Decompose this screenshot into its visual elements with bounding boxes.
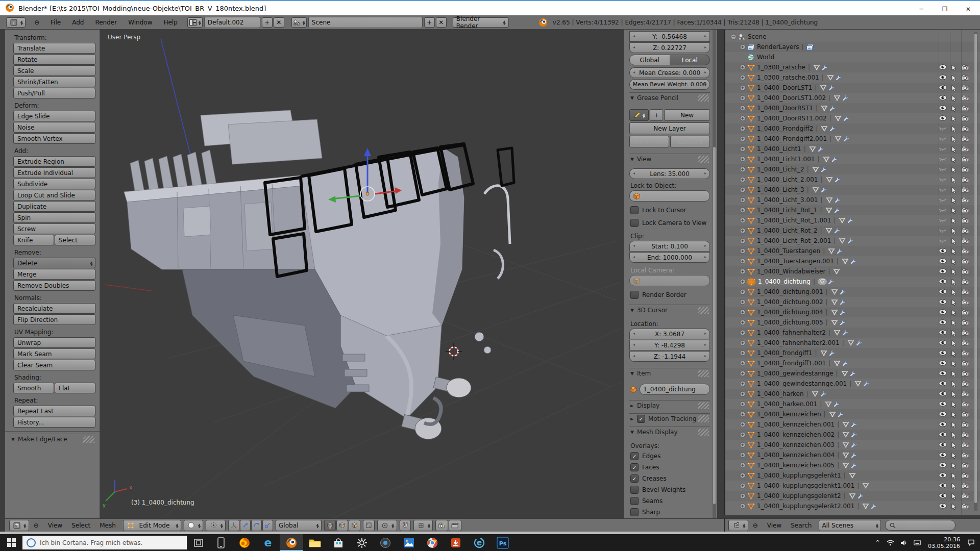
renderable-camera-icon[interactable] bbox=[961, 442, 969, 449]
visibility-eye-icon[interactable] bbox=[939, 360, 947, 367]
menu-help[interactable]: Help bbox=[158, 15, 183, 30]
menu-add[interactable]: Add bbox=[66, 15, 89, 30]
collapse-menus-icon[interactable]: ⊖ bbox=[748, 522, 763, 529]
selectable-cursor-icon[interactable] bbox=[951, 462, 957, 471]
outliner-row[interactable]: Scene bbox=[725, 32, 980, 42]
selectable-cursor-icon[interactable] bbox=[951, 207, 957, 216]
expand-icon[interactable] bbox=[739, 309, 747, 315]
close-button[interactable]: ✕ bbox=[957, 2, 980, 16]
3d-viewport[interactable]: y x User Persp (3) 1_0400_dichtung bbox=[101, 30, 624, 518]
selectable-cursor-icon[interactable] bbox=[951, 421, 957, 430]
selectable-cursor-icon[interactable] bbox=[951, 391, 957, 399]
renderable-camera-icon[interactable] bbox=[961, 228, 969, 235]
visibility-eye-icon[interactable] bbox=[939, 136, 947, 143]
expand-icon[interactable] bbox=[739, 381, 747, 387]
visibility-eye-icon[interactable] bbox=[939, 381, 947, 388]
menu-search[interactable]: Search bbox=[786, 522, 816, 529]
selectable-cursor-icon[interactable] bbox=[951, 472, 957, 481]
media-taskbar-icon[interactable] bbox=[374, 534, 397, 551]
visibility-eye-icon[interactable] bbox=[939, 503, 947, 510]
selectable-cursor-icon[interactable] bbox=[951, 493, 957, 502]
expand-icon[interactable] bbox=[739, 391, 747, 397]
expand-icon[interactable] bbox=[739, 421, 747, 428]
edge-taskbar-icon[interactable]: e bbox=[256, 534, 280, 551]
item-name-field[interactable]: 1_0400_dichtung bbox=[640, 384, 710, 395]
outliner-row[interactable]: 1_0400_fahnenhalter2.001| bbox=[725, 338, 980, 348]
visibility-eye-icon[interactable] bbox=[939, 228, 947, 235]
expand-icon[interactable] bbox=[739, 289, 747, 295]
overlay-checkbox[interactable]: Seams bbox=[630, 496, 710, 506]
visibility-eye-icon[interactable] bbox=[939, 391, 947, 398]
outliner-row[interactable]: 1_0400_Licht_3| bbox=[725, 185, 980, 195]
expand-icon[interactable] bbox=[739, 146, 747, 152]
outliner-row[interactable]: 1_0400_kupplungsgelenkt1| bbox=[725, 470, 980, 481]
properties-scrollbar[interactable] bbox=[713, 30, 716, 518]
renderable-camera-icon[interactable] bbox=[961, 85, 969, 92]
tool-button[interactable]: Recalculate bbox=[13, 303, 95, 314]
lock-camera-to-view-checkbox[interactable]: Lock Camera to View bbox=[630, 218, 710, 228]
photos-taskbar-icon[interactable] bbox=[397, 534, 421, 551]
visibility-eye-icon[interactable] bbox=[939, 238, 947, 245]
tool-button[interactable]: Select bbox=[55, 235, 95, 245]
tool-button[interactable]: Shrink/Fatten bbox=[13, 77, 95, 87]
panel-drag-stripes[interactable] bbox=[698, 156, 709, 163]
outliner-row[interactable]: 1_0400_frondgiff1.001| bbox=[725, 358, 980, 368]
outliner-row[interactable]: 1_0400_kennzeichen.003| bbox=[725, 440, 980, 450]
renderable-camera-icon[interactable] bbox=[961, 238, 969, 245]
outliner-row[interactable]: 1_0400_Tuerstangen.001| bbox=[725, 256, 980, 266]
screen-layout-icon-button[interactable]: ▲▼ bbox=[187, 17, 203, 28]
expand-icon[interactable] bbox=[739, 74, 747, 81]
expand-icon[interactable] bbox=[739, 136, 747, 142]
visibility-eye-icon[interactable] bbox=[939, 217, 947, 224]
visibility-eye-icon[interactable] bbox=[939, 166, 947, 173]
outliner-row[interactable]: 1_0400_Licht_Rot_1| bbox=[725, 205, 980, 215]
expand-icon[interactable] bbox=[739, 462, 747, 468]
expand-icon[interactable] bbox=[739, 452, 747, 458]
expand-icon[interactable] bbox=[739, 64, 747, 70]
expand-icon[interactable] bbox=[739, 503, 747, 509]
visibility-eye-icon[interactable] bbox=[939, 258, 947, 265]
expand-icon[interactable] bbox=[739, 177, 747, 183]
expand-icon[interactable] bbox=[739, 248, 747, 254]
outliner-row[interactable]: 1_0400_Tuerstangen| bbox=[725, 246, 980, 256]
pivot-point-select[interactable]: ▲▼ bbox=[206, 520, 226, 531]
manipulator-scale-toggle[interactable] bbox=[262, 520, 273, 531]
delete-scene-button[interactable]: ✕ bbox=[436, 17, 447, 28]
visibility-eye-icon[interactable] bbox=[939, 483, 947, 490]
grease-pencil-new-button[interactable]: New bbox=[664, 109, 710, 121]
expand-icon[interactable] bbox=[739, 105, 747, 111]
renderable-camera-icon[interactable] bbox=[961, 207, 969, 215]
outliner-row[interactable]: 1_0400_kennzeichen.002| bbox=[725, 430, 980, 440]
expand-icon[interactable] bbox=[739, 340, 747, 346]
render-engine-select[interactable]: Blender Render▲▼ bbox=[453, 17, 509, 28]
panel-drag-stripes[interactable] bbox=[698, 402, 709, 409]
outliner-row[interactable]: 1_0400_dichtung.005| bbox=[725, 317, 980, 328]
outliner-row[interactable]: 1_0400_Licht1| bbox=[725, 144, 980, 154]
selectable-cursor-icon[interactable] bbox=[951, 432, 957, 440]
expand-icon[interactable] bbox=[739, 95, 747, 101]
renderable-camera-icon[interactable] bbox=[961, 432, 969, 439]
renderable-camera-icon[interactable] bbox=[961, 268, 969, 276]
visibility-eye-icon[interactable] bbox=[939, 187, 947, 194]
renderable-camera-icon[interactable] bbox=[961, 350, 969, 358]
render-opengl-button[interactable] bbox=[435, 520, 448, 531]
delete-layout-button[interactable]: ✕ bbox=[274, 17, 284, 28]
scene-icon-button[interactable]: ▲▼ bbox=[291, 17, 307, 28]
outliner-row[interactable]: 1_0400_kupplungsgelenkt2.001| bbox=[725, 501, 980, 511]
expand-icon[interactable] bbox=[739, 197, 747, 203]
renderable-camera-icon[interactable] bbox=[961, 421, 969, 429]
selectable-cursor-icon[interactable] bbox=[951, 299, 957, 308]
tool-button[interactable]: Repeat Last bbox=[13, 406, 95, 416]
outliner-row[interactable]: World bbox=[725, 52, 980, 62]
outliner-row[interactable]: 1_0400_Frondgiff2| bbox=[725, 123, 980, 134]
tool-button[interactable]: Loop Cut and Slide bbox=[13, 190, 95, 201]
outliner-row[interactable]: 1_0400_DoorLST1| bbox=[725, 83, 980, 93]
outliner-scrollbar[interactable] bbox=[974, 32, 977, 511]
renderable-camera-icon[interactable] bbox=[961, 279, 969, 286]
visibility-eye-icon[interactable] bbox=[939, 126, 947, 133]
outliner-row[interactable]: 1_0400_dichtung.002| bbox=[725, 297, 980, 307]
lens-field[interactable]: ◂Lens: 35.000▸ bbox=[629, 168, 710, 179]
expand-icon[interactable] bbox=[739, 411, 747, 417]
outliner-search-input[interactable] bbox=[885, 520, 955, 531]
panel-drag-stripes[interactable] bbox=[698, 370, 709, 377]
